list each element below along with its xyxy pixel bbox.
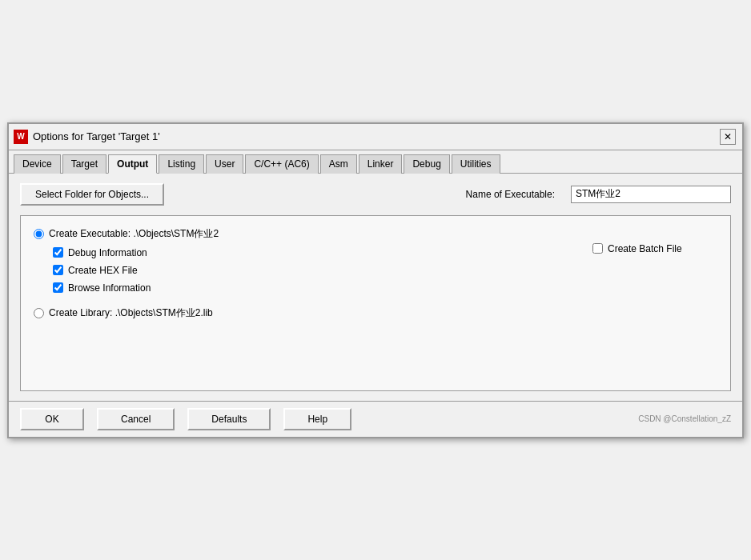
dialog-body: Select Folder for Objects... Name of Exe… — [9, 174, 742, 401]
tab-target[interactable]: Target — [62, 154, 106, 174]
title-bar-left: W Options for Target 'Target 1' — [14, 130, 160, 144]
top-row: Select Folder for Objects... Name of Exe… — [20, 183, 731, 206]
debug-info-checkbox[interactable] — [53, 247, 63, 258]
create-executable-radio[interactable] — [34, 229, 44, 239]
browse-info-row: Browse Information — [53, 282, 573, 294]
tab-device[interactable]: Device — [14, 154, 61, 174]
create-batch-row: Create Batch File — [592, 243, 682, 254]
close-button[interactable]: ✕ — [720, 129, 736, 145]
create-library-label: Create Library: .\Objects\STM作业2.lib — [49, 306, 213, 320]
options-left: Create Executable: .\Objects\STM作业2 Debu… — [34, 227, 573, 379]
tab-asm[interactable]: Asm — [320, 154, 357, 174]
cancel-button[interactable]: Cancel — [97, 408, 175, 430]
tab-bar: Device Target Output Listing User C/C++ … — [9, 150, 742, 174]
create-batch-checkbox[interactable] — [592, 243, 603, 254]
tab-output[interactable]: Output — [108, 154, 157, 174]
tab-user[interactable]: User — [206, 154, 243, 174]
options-box: Create Executable: .\Objects\STM作业2 Debu… — [20, 215, 731, 391]
tab-cpp-ac6[interactable]: C/C++ (AC6) — [245, 154, 318, 174]
options-right: Create Batch File — [573, 227, 717, 379]
browse-info-checkbox[interactable] — [53, 282, 63, 293]
dialog-window: W Options for Target 'Target 1' ✕ Device… — [7, 122, 744, 438]
action-buttons: OK Cancel Defaults Help — [20, 408, 351, 430]
create-executable-row: Create Executable: .\Objects\STM作业2 — [34, 227, 573, 241]
watermark: CSDN @Constellation_zZ — [638, 414, 731, 423]
create-library-row: Create Library: .\Objects\STM作业2.lib — [34, 306, 573, 320]
title-bar: W Options for Target 'Target 1' ✕ — [9, 124, 742, 150]
create-library-radio[interactable] — [34, 308, 44, 318]
defaults-button[interactable]: Defaults — [187, 408, 271, 430]
create-batch-label: Create Batch File — [608, 243, 682, 254]
app-icon: W — [14, 130, 28, 144]
executable-name-input[interactable] — [571, 186, 731, 203]
debug-info-label: Debug Information — [68, 247, 147, 258]
help-button[interactable]: Help — [283, 408, 351, 430]
select-folder-button[interactable]: Select Folder for Objects... — [20, 183, 164, 206]
browse-info-label: Browse Information — [68, 282, 151, 294]
title-text: Options for Target 'Target 1' — [33, 130, 160, 142]
tab-listing[interactable]: Listing — [159, 154, 204, 174]
create-hex-checkbox[interactable] — [53, 265, 63, 275]
tab-linker[interactable]: Linker — [359, 154, 403, 174]
ok-button[interactable]: OK — [20, 408, 84, 430]
create-hex-row: Create HEX File — [53, 265, 573, 276]
executable-name-label: Name of Executable: — [466, 189, 555, 200]
create-executable-label: Create Executable: .\Objects\STM作业2 — [49, 227, 219, 241]
debug-info-row: Debug Information — [53, 247, 573, 258]
bottom-bar: OK Cancel Defaults Help CSDN @Constellat… — [9, 401, 742, 437]
tab-utilities[interactable]: Utilities — [452, 154, 500, 174]
create-hex-label: Create HEX File — [68, 265, 138, 276]
tab-debug[interactable]: Debug — [404, 154, 449, 174]
